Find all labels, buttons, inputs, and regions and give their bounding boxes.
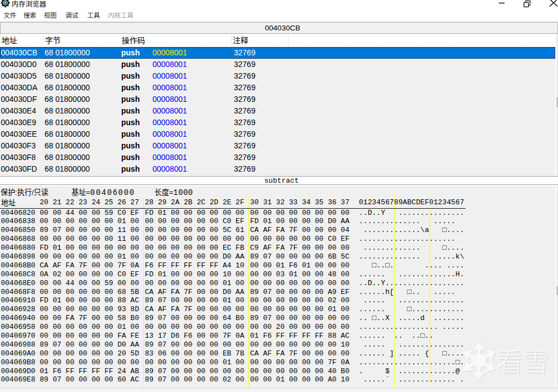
- hex-address: 00406880: [1, 244, 35, 252]
- hex-bytes-group3: 89 07 00 00 00 00 A9 EF: [250, 288, 349, 297]
- hex-bytes-group2: 13 17 D6 F6 00 00 7F 0A: [145, 332, 244, 341]
- disasm-row[interactable]: 004030D0 68 01800000 push 00008001 32769: [0, 59, 555, 70]
- minimize-button[interactable]: [493, 0, 510, 9]
- hex-row[interactable]: 00406868 00 00 00 00 00 00 11 00 00 00 0…: [0, 235, 555, 244]
- hex-row[interactable]: 00406940 00 00 FA 7F 00 00 58 B0 89 07 0…: [0, 314, 555, 323]
- hex-bytes-group3: 89 07 00 00 00 00 00 00: [250, 314, 349, 323]
- close-icon: [545, 0, 558, 9]
- disasm-row[interactable]: 004030DF 68 01800000 push 00008001 32769: [0, 94, 555, 105]
- hex-row[interactable]: 004068F8 00 00 00 00 00 00 68 5B CA AF F…: [0, 288, 555, 297]
- disasm-row[interactable]: 004030D5 68 01800000 push 00008001 32769: [0, 70, 555, 82]
- disasm-bytes: 68 01800000: [45, 47, 90, 59]
- column-header-address[interactable]: 地址: [2, 34, 17, 47]
- hex-ascii: ..D..Y ...............: [359, 209, 464, 218]
- hex-row[interactable]: 00406820 00 00 44 00 00 59 C0 EF FD 01 0…: [0, 209, 555, 218]
- hex-bytes-group1: 01 F6 FF FF FF FF 24 AB: [40, 367, 139, 376]
- memory-browser-window: 内存浏览器 文件 搜索 视图 调试 工具 内核工具 004030CB: [0, 0, 558, 392]
- disasm-row[interactable]: 004030E4 68 01800000 push 00008001 32769: [0, 105, 555, 117]
- hex-bytes-group3: 00 00 03 01 00 00 48 00: [250, 270, 349, 279]
- menu-item-tools[interactable]: 工具: [87, 10, 100, 21]
- hex-row[interactable]: 00406958 00 00 00 00 00 00 01 00 00 00 0…: [0, 323, 555, 332]
- hex-row[interactable]: 00406898 00 00 00 00 00 00 01 00 00 00 0…: [0, 252, 555, 261]
- disasm-row[interactable]: 004030DA 68 01800000 push 00008001 32769: [0, 82, 555, 94]
- column-header-comment[interactable]: 注释: [233, 34, 249, 47]
- disasm-row[interactable]: 004030EE 68 01800000 push 00008001 32769: [0, 128, 555, 140]
- disasm-opcode: push: [121, 152, 140, 163]
- splitter-subtract[interactable]: subtract: [0, 176, 558, 185]
- column-separator[interactable]: [288, 34, 288, 46]
- disasm-comment: 32769: [234, 105, 256, 117]
- menu-item-kernel-tools[interactable]: 内核工具: [108, 10, 133, 21]
- app-gear-icon: [1, 0, 11, 9]
- disasm-row[interactable]: 004030CB 68 01800000 push 00008001 32769: [0, 47, 555, 59]
- hex-ascii: ..D..Y..................: [359, 279, 464, 288]
- hex-row[interactable]: 00406910 FD 01 00 00 00 00 88 AC 89 07 0…: [0, 296, 555, 305]
- disasm-operand: 00008001: [153, 59, 187, 70]
- hex-ascii: ............. □....: [359, 244, 464, 252]
- menubar-separator: [0, 21, 558, 22]
- hex-bytes-group3: CA AF FA 7F 00 00 00 00: [250, 349, 349, 358]
- hex-bytes-group3: 00 00 00 00 00 00 C0 EF: [250, 235, 349, 244]
- column-header-opcode[interactable]: 操作码: [122, 34, 145, 47]
- disasm-address: 004030D5: [1, 70, 37, 82]
- disasm-opcode: push: [121, 59, 140, 70]
- hex-bytes-group2: 00 00 00 00 00 00 D0 AA: [145, 252, 244, 261]
- column-separator[interactable]: [43, 34, 44, 46]
- hex-scrollbar-thumb[interactable]: [556, 286, 558, 295]
- hex-bytes-group2: 83 06 00 00 00 00 EB 7B: [145, 349, 244, 358]
- close-button[interactable]: [545, 0, 558, 9]
- disasm-address: 004030DF: [1, 94, 37, 105]
- hex-address: 00406898: [1, 252, 35, 261]
- hex-bytes-group3: FD 01 00 00 00 00 D0 AA: [250, 217, 349, 226]
- hex-ascii: .............. .....: [359, 217, 464, 226]
- window-title: 内存浏览器: [12, 0, 46, 10]
- hex-address: 004069D0: [1, 367, 35, 376]
- menu-item-view[interactable]: 视图: [44, 10, 56, 21]
- hex-row[interactable]: 00406838 00 00 00 00 00 00 01 00 00 00 0…: [0, 217, 555, 226]
- disasm-row[interactable]: 004030F8 68 01800000 push 00008001 32769: [0, 152, 555, 163]
- hex-row[interactable]: 00406928 00 00 00 00 00 00 93 8D CA AF F…: [0, 305, 555, 314]
- current-address: 004030CB: [1, 23, 557, 33]
- column-header-bytes[interactable]: 字节: [45, 34, 61, 47]
- disasm-address: 004030F3: [1, 140, 36, 152]
- hex-address: 00406910: [1, 296, 35, 305]
- menubar: 文件 搜索 视图 调试 工具 内核工具: [0, 10, 558, 21]
- disasm-row[interactable]: 004030FD 68 01800000 push 00008001 32769: [0, 163, 555, 175]
- column-separator[interactable]: [121, 34, 122, 46]
- disasm-row[interactable]: 004030E9 68 01800000 push 00008001 32769: [0, 117, 555, 128]
- disasm-opcode: push: [121, 70, 140, 82]
- hex-address: 004068F8: [1, 288, 35, 297]
- hex-header-cols2: 28 29 2A 2B 2C 2D 2E 2F: [145, 198, 244, 208]
- hex-bytes-group3: 00 00 00 00 00 00 7F 0A: [250, 358, 349, 367]
- column-separator[interactable]: [231, 34, 232, 46]
- hex-header-ascii: 0123456789ABCDEF01234567: [359, 198, 464, 208]
- disasm-bytes: 68 01800000: [45, 94, 90, 105]
- hex-address: 004068C8: [1, 270, 35, 279]
- menu-item-file[interactable]: 文件: [4, 10, 17, 21]
- menu-item-search[interactable]: 搜索: [24, 10, 37, 21]
- hex-address: 004068B0: [1, 261, 35, 270]
- hex-row[interactable]: 00406850 89 07 00 00 00 00 11 00 00 00 0…: [0, 226, 555, 235]
- hex-row[interactable]: 004068B0 CA AF FA 7F 00 00 7F 0A F6 FF F…: [0, 261, 555, 270]
- hex-bytes-group3: 00 00 01 00 00 00 A0 10: [250, 375, 349, 384]
- hexview[interactable]: 保护:执行/只读 基址=00406000 长度=1000 地址 20 21 22…: [0, 186, 558, 388]
- hex-row[interactable]: 00406880 FD 01 00 00 00 00 00 00 00 00 0…: [0, 244, 555, 252]
- region-length: 长度=1000: [154, 188, 193, 197]
- hex-address: 00406940: [1, 314, 35, 323]
- hex-row[interactable]: 004068C8 0A 02 00 00 00 00 C0 EF FD 01 0…: [0, 270, 555, 279]
- disasm-scrollbar-thumb[interactable]: [556, 97, 558, 107]
- hex-bytes-group1: 00 00 00 00 00 00 01 00: [40, 323, 139, 332]
- disasm-opcode: push: [121, 163, 140, 175]
- hex-bytes-group2: 89 07 00 00 00 00 02 00: [145, 375, 244, 384]
- hex-bytes-group1: 00 00 00 00 00 00 68 5B: [40, 288, 139, 297]
- disasm-row[interactable]: 004030F3 68 01800000 push 00008001 32769: [0, 140, 555, 152]
- menu-item-debug[interactable]: 调试: [65, 10, 78, 21]
- restore-button[interactable]: [518, 0, 535, 9]
- disasm-comment: 32769: [234, 117, 256, 128]
- disasm-address: 004030EE: [1, 128, 37, 140]
- hex-ascii: .................. .....: [359, 323, 464, 332]
- hex-row[interactable]: 004068E0 00 00 44 00 00 59 00 00 00 00 0…: [0, 279, 555, 288]
- disasm-operand: 00008001: [153, 128, 187, 140]
- disassembly-list[interactable]: 004030CB 68 01800000 push 00008001 32769…: [0, 47, 558, 176]
- disasm-bytes: 68 01800000: [45, 140, 90, 152]
